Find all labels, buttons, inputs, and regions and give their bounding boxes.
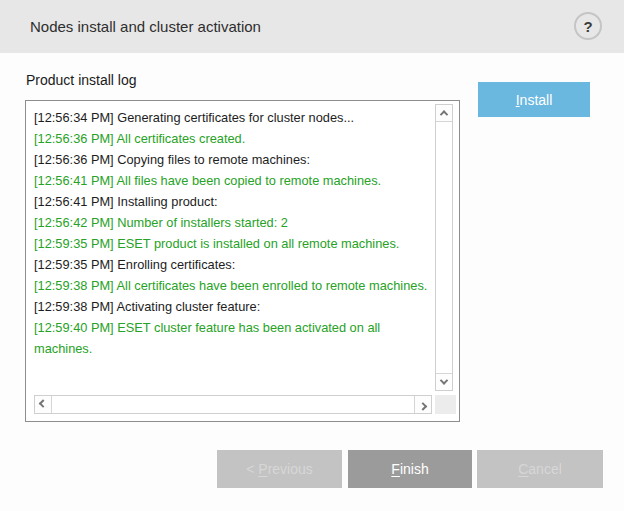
scrollbar-corner bbox=[435, 395, 456, 414]
chevron-right-icon bbox=[419, 402, 427, 410]
question-mark-icon: ? bbox=[583, 19, 592, 34]
cancel-button[interactable]: Cancel bbox=[477, 450, 603, 488]
titlebar: Nodes install and cluster activation ? bbox=[0, 0, 624, 53]
log-label: Product install log bbox=[26, 72, 137, 88]
log-entry: [12:59:40 PM] ESET cluster feature has b… bbox=[34, 317, 438, 359]
chevron-left-icon bbox=[39, 399, 47, 407]
help-button[interactable]: ? bbox=[574, 12, 602, 40]
previous-button[interactable]: < Previous bbox=[217, 450, 342, 488]
log-entry: [12:56:41 PM] Installing product: bbox=[34, 191, 438, 212]
horizontal-scroll-track[interactable] bbox=[52, 396, 414, 413]
scroll-right-button[interactable] bbox=[414, 396, 431, 413]
log-entry: [12:59:35 PM] ESET product is installed … bbox=[34, 233, 438, 254]
log-entry: [12:56:36 PM] All certificates created. bbox=[34, 128, 438, 149]
finish-button[interactable]: Finish bbox=[348, 450, 472, 488]
dialog-title: Nodes install and cluster activation bbox=[30, 0, 261, 53]
install-button[interactable]: Install bbox=[478, 82, 590, 117]
install-log-box[interactable]: [12:56:34 PM] Generating certificates fo… bbox=[25, 100, 460, 422]
log-entry: [12:56:36 PM] Copying files to remote ma… bbox=[34, 149, 438, 170]
log-entry: [12:56:34 PM] Generating certificates fo… bbox=[34, 107, 438, 128]
chevron-down-icon bbox=[440, 376, 448, 384]
log-entry: [12:56:41 PM] All files have been copied… bbox=[34, 170, 438, 191]
vertical-scrollbar[interactable] bbox=[435, 104, 453, 391]
chevron-up-icon bbox=[440, 110, 448, 118]
vertical-scroll-track[interactable] bbox=[436, 122, 452, 373]
log-entry: [12:59:38 PM] All certificates have been… bbox=[34, 275, 438, 296]
log-content: [12:56:34 PM] Generating certificates fo… bbox=[26, 101, 459, 359]
log-entry: [12:59:35 PM] Enrolling certificates: bbox=[34, 254, 438, 275]
log-entry: [12:59:38 PM] Activating cluster feature… bbox=[34, 296, 438, 317]
scroll-up-button[interactable] bbox=[436, 105, 452, 122]
dialog-window: Nodes install and cluster activation ? P… bbox=[0, 0, 624, 511]
scroll-down-button[interactable] bbox=[436, 373, 452, 390]
log-entry: [12:56:42 PM] Number of installers start… bbox=[34, 212, 438, 233]
scroll-left-button[interactable] bbox=[35, 396, 52, 413]
horizontal-scrollbar[interactable] bbox=[34, 395, 432, 414]
